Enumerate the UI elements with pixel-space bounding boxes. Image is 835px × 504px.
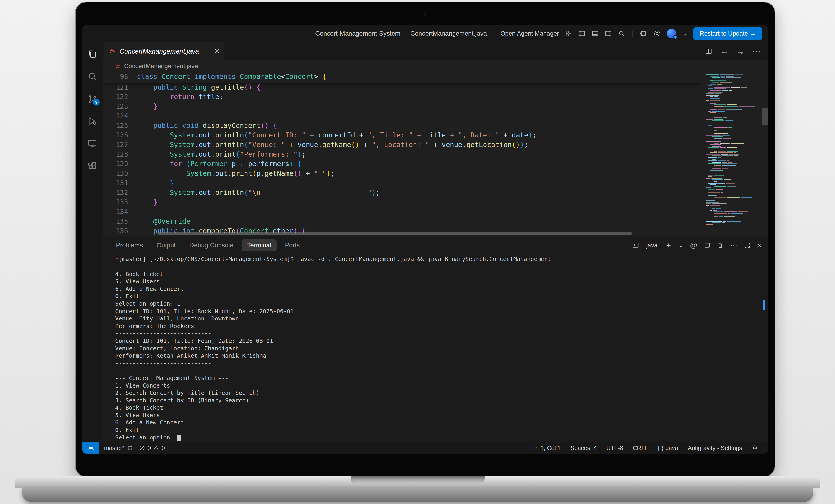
- line-number: 136: [103, 226, 137, 236]
- restart-to-update-button[interactable]: Restart to Update →: [693, 27, 762, 40]
- code-line[interactable]: 130 System.out.print(p.getName() + " ");: [103, 169, 702, 178]
- terminal-line: 3. Search Concert by ID (Binary Search): [115, 397, 768, 404]
- settings-mode[interactable]: Antigravity - Settings: [688, 444, 742, 451]
- indentation[interactable]: Spaces: 4: [570, 444, 597, 451]
- terminal-prompt: [master] [~/Desktop/CMS/Concert-Manageme…: [119, 256, 294, 262]
- line-number: 134: [103, 207, 137, 216]
- chevron-down-icon[interactable]: ⌄: [683, 30, 688, 37]
- panel-tab-output[interactable]: Output: [151, 239, 181, 251]
- line-number: 128: [103, 149, 137, 159]
- navigate-back-icon[interactable]: ←: [720, 46, 729, 56]
- warnings-count: 0: [162, 444, 165, 451]
- editor-scrollbar-thumb[interactable]: [762, 108, 768, 125]
- code-line[interactable]: 135 @Override: [103, 216, 702, 226]
- search-icon[interactable]: [618, 30, 625, 37]
- branch-indicator[interactable]: master*: [104, 444, 133, 451]
- language-mode[interactable]: { } Java: [658, 444, 678, 451]
- at-icon[interactable]: @: [690, 241, 697, 250]
- panel-more-actions-icon[interactable]: ⋯: [730, 241, 737, 250]
- extensions-icon[interactable]: [87, 160, 98, 171]
- sticky-scroll-line[interactable]: 98class Concert implements Comparable<Co…: [103, 72, 702, 83]
- panel-tab-ports[interactable]: Ports: [279, 239, 305, 251]
- code-line[interactable]: 128 System.out.print("Performers: ");: [103, 149, 702, 159]
- line-number: 127: [103, 140, 137, 149]
- layout-grid-icon[interactable]: [565, 30, 572, 37]
- terminal-shell-label[interactable]: java: [646, 242, 658, 249]
- tab-concertmanangement-java[interactable]: ConcertManangement.java ×: [104, 42, 224, 60]
- tab-label: ConcertManangement.java: [120, 48, 199, 55]
- toggle-panel-icon[interactable]: [591, 30, 599, 37]
- breadcrumb[interactable]: ConcertManangement.java: [103, 60, 768, 72]
- navigate-forward-icon[interactable]: →: [736, 46, 745, 56]
- antigravity-logo-icon[interactable]: [639, 29, 647, 37]
- code-line[interactable]: 123 }: [103, 102, 702, 111]
- remote-explorer-icon[interactable]: [87, 138, 98, 149]
- line-number: 121: [103, 83, 137, 92]
- kill-terminal-icon[interactable]: [717, 242, 724, 249]
- code-line[interactable]: 124: [103, 111, 702, 121]
- code-line[interactable]: 126 System.out.println("Concert ID: " + …: [103, 130, 702, 140]
- terminal-line: Performers: The Rockers: [115, 322, 768, 330]
- editor-more-actions-icon[interactable]: ⋯: [752, 46, 760, 56]
- panel-tab-problems[interactable]: Problems: [110, 239, 148, 251]
- line-number: 130: [103, 169, 137, 178]
- code-line[interactable]: 98class Concert implements Comparable<Co…: [103, 72, 702, 81]
- code-line[interactable]: 131 }: [103, 178, 702, 188]
- terminal-input-line[interactable]: Select an option:: [115, 434, 768, 442]
- code-line[interactable]: 125 public void displayConcert() {: [103, 121, 702, 130]
- terminal[interactable]: *[master] [~/Desktop/CMS/Concert-Managem…: [103, 254, 768, 442]
- split-editor-icon[interactable]: [705, 47, 713, 55]
- terminal-command-line: *[master] [~/Desktop/CMS/Concert-Managem…: [115, 255, 768, 263]
- code-line[interactable]: 132 System.out.println("\n--------------…: [103, 188, 702, 197]
- terminal-scrollbar-thumb[interactable]: [763, 300, 766, 310]
- close-panel-icon[interactable]: ×: [757, 241, 761, 250]
- avatar-badge: [673, 35, 677, 39]
- run-debug-icon[interactable]: [87, 115, 98, 127]
- code-line[interactable]: 133 }: [103, 197, 702, 207]
- open-agent-manager-button[interactable]: Open Agent Manager: [501, 30, 559, 37]
- toggle-secondary-sidebar-icon[interactable]: [605, 30, 612, 37]
- notifications-bell-icon[interactable]: [752, 445, 758, 451]
- terminal-line: 5. View Users: [115, 412, 768, 419]
- horizontal-scrollbar[interactable]: [157, 232, 632, 235]
- errors-icon: [139, 445, 145, 451]
- java-file-icon: [108, 48, 116, 55]
- titlebar-separator: |: [632, 30, 633, 37]
- code-line[interactable]: 122 return title;: [103, 92, 702, 102]
- maximize-panel-icon[interactable]: [744, 242, 751, 249]
- terminal-line: 4. Book Ticket: [115, 271, 768, 278]
- breadcrumb-file: ConcertManangement.java: [124, 63, 198, 70]
- eol-sequence[interactable]: CRLF: [633, 444, 648, 451]
- terminal-profile-icon[interactable]: [632, 242, 639, 249]
- code-area[interactable]: 98class Concert implements Comparable<Co…: [103, 72, 702, 236]
- code-line[interactable]: 121 public String getTitle() {: [103, 83, 702, 92]
- terminal-dropdown-icon[interactable]: ⌄: [678, 242, 684, 249]
- minimap[interactable]: [702, 72, 768, 236]
- split-terminal-icon[interactable]: [704, 242, 711, 249]
- source-control-icon[interactable]: 9: [87, 93, 98, 104]
- account-avatar[interactable]: [667, 29, 676, 38]
- terminal-line: Performers: Ketan Aniket Ankit Manik Kri…: [115, 352, 768, 360]
- encoding[interactable]: UTF-8: [606, 444, 623, 451]
- panel-tab-terminal[interactable]: Terminal: [242, 239, 277, 251]
- code-line[interactable]: 127 System.out.println("Venue: " + venue…: [103, 140, 702, 149]
- panel-tab-debug-console[interactable]: Debug Console: [184, 239, 239, 251]
- code-line[interactable]: 129 for (Performer p : performers) {: [103, 159, 702, 169]
- line-number: 133: [103, 197, 137, 207]
- cursor-position[interactable]: Ln 1, Col 1: [532, 444, 561, 451]
- terminal-line: 6. Add a New Concert: [115, 286, 768, 293]
- status-bar: >< master* 0 0 Ln 1, Col 1 Spaces: 4 UTF…: [82, 442, 768, 454]
- new-terminal-icon[interactable]: ＋: [665, 240, 672, 250]
- terminal-cursor: [178, 435, 181, 441]
- problems-indicator[interactable]: 0 0: [139, 444, 165, 451]
- settings-gear-icon[interactable]: [653, 29, 661, 37]
- toggle-sidebar-icon[interactable]: [578, 30, 586, 37]
- minimap-content: [706, 74, 759, 227]
- remote-indicator[interactable]: ><: [82, 442, 99, 454]
- sync-icon: [127, 445, 133, 451]
- code-line[interactable]: 134: [103, 207, 702, 216]
- search-sidebar-icon[interactable]: [87, 71, 98, 82]
- terminal-line: 2. Search Concert by Title (Linear Searc…: [115, 389, 768, 397]
- tab-close-icon[interactable]: ×: [215, 47, 219, 56]
- explorer-icon[interactable]: [87, 48, 98, 60]
